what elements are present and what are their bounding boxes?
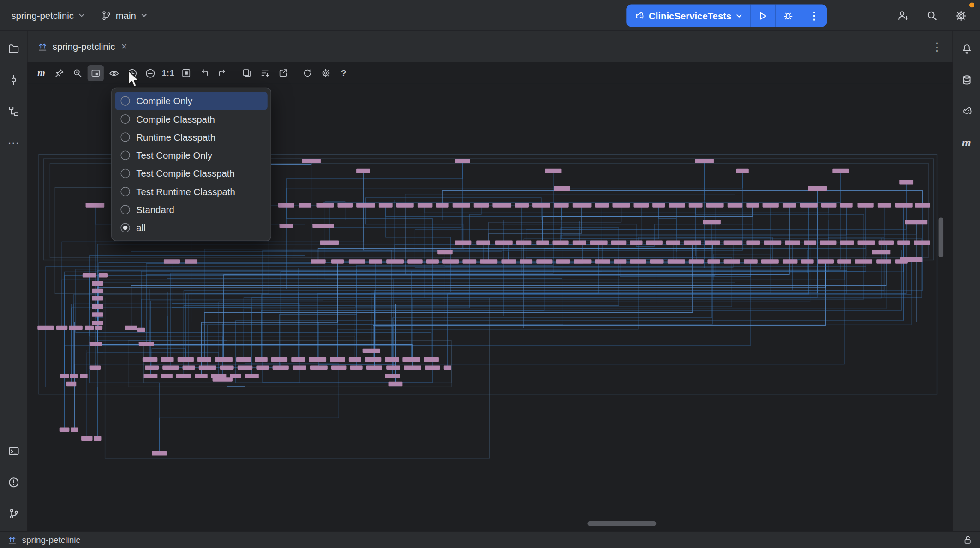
graph-node[interactable] [236, 357, 251, 362]
graph-node[interactable] [144, 374, 158, 378]
graph-node[interactable] [574, 259, 592, 263]
graph-node[interactable] [695, 159, 714, 163]
graph-node[interactable] [783, 203, 796, 207]
graph-node[interactable] [86, 203, 105, 207]
graph-node[interactable] [137, 328, 145, 332]
graph-node[interactable] [707, 259, 720, 263]
graph-node[interactable] [271, 357, 287, 362]
graph-node[interactable] [311, 259, 326, 263]
notifications-bell-icon[interactable] [958, 40, 975, 58]
menu-item-compile-classpath[interactable]: Compile Classpath [115, 110, 268, 128]
graph-node[interactable] [139, 342, 154, 346]
graph-node[interactable] [808, 186, 827, 191]
graph-node[interactable] [385, 357, 399, 362]
refresh-icon[interactable] [299, 65, 316, 81]
graph-node[interactable] [60, 428, 70, 432]
menu-item-test-runtime-classpath[interactable]: Test Runtime Classpath [115, 183, 268, 201]
graph-node[interactable] [278, 203, 294, 207]
graph-node[interactable] [389, 382, 403, 386]
graph-node[interactable] [199, 365, 216, 369]
graph-node[interactable] [474, 203, 489, 207]
graph-node[interactable] [197, 357, 211, 362]
graph-node[interactable] [761, 259, 779, 263]
graph-node[interactable] [386, 365, 400, 369]
graph-node[interactable] [520, 259, 532, 263]
zoom-in-icon[interactable] [124, 65, 140, 81]
graph-node[interactable] [92, 304, 103, 309]
graph-node[interactable] [331, 365, 347, 369]
graph-node[interactable] [280, 224, 293, 228]
settings-gear-icon[interactable] [951, 6, 970, 25]
graph-node[interactable] [418, 203, 433, 207]
lock-open-icon[interactable] [962, 535, 973, 545]
copy-diagram-icon[interactable] [239, 65, 255, 81]
graph-node[interactable] [309, 357, 326, 362]
graph-node[interactable] [66, 382, 77, 386]
filter-icon[interactable] [257, 65, 273, 81]
graph-node[interactable] [801, 259, 814, 263]
structure-tool-icon[interactable] [5, 102, 22, 120]
pin-icon[interactable] [51, 65, 67, 81]
graph-node[interactable] [273, 365, 289, 369]
graph-node[interactable] [444, 365, 451, 369]
graph-node[interactable] [299, 203, 311, 207]
graph-node[interactable] [145, 365, 159, 369]
run-button[interactable] [751, 4, 775, 27]
graph-node[interactable] [613, 203, 630, 207]
zoom-reset-button[interactable]: 1:1 [160, 65, 176, 81]
graph-node[interactable] [442, 259, 459, 263]
menu-item-test-compile-classpath[interactable]: Test Compile Classpath [115, 164, 268, 182]
graph-node[interactable] [455, 241, 471, 245]
graph-node[interactable] [515, 203, 529, 207]
graph-node[interactable] [366, 365, 382, 369]
graph-node[interactable] [554, 203, 569, 207]
graph-node[interactable] [316, 203, 334, 207]
graph-node[interactable] [92, 281, 103, 286]
graph-node[interactable] [876, 259, 891, 263]
graph-node[interactable] [455, 159, 470, 163]
graph-node[interactable] [501, 259, 516, 263]
graph-node[interactable] [385, 374, 400, 378]
graph-node[interactable] [669, 203, 685, 207]
graph-node[interactable] [744, 259, 758, 263]
graph-node[interactable] [337, 203, 353, 207]
debug-button[interactable] [776, 4, 801, 27]
graph-node[interactable] [705, 241, 720, 245]
graph-node[interactable] [255, 357, 268, 362]
graph-node[interactable] [872, 250, 891, 254]
fit-content-icon[interactable] [178, 65, 194, 81]
graph-node[interactable] [183, 365, 195, 369]
graph-node[interactable] [407, 259, 423, 263]
graph-node[interactable] [291, 357, 305, 362]
help-icon[interactable]: ? [335, 65, 352, 81]
graph-node[interactable] [402, 357, 420, 362]
collapse-arrow-icon[interactable] [196, 65, 212, 81]
graph-node[interactable] [331, 259, 344, 263]
graph-node[interactable] [404, 365, 421, 369]
graph-node[interactable] [302, 159, 321, 163]
graph-node[interactable] [746, 203, 759, 207]
graph-node[interactable] [573, 203, 592, 207]
graph-node[interactable] [426, 259, 439, 263]
graph-node[interactable] [614, 259, 626, 263]
graph-node[interactable] [668, 259, 685, 263]
graph-node[interactable] [915, 203, 930, 207]
graph-node[interactable] [215, 357, 233, 362]
graph-node[interactable] [650, 259, 664, 263]
graph-node[interactable] [211, 374, 227, 378]
graph-node[interactable] [94, 436, 101, 441]
graph-node[interactable] [736, 169, 749, 173]
graph-node[interactable] [764, 241, 781, 245]
expand-arrow-icon[interactable] [215, 65, 231, 81]
graph-node[interactable] [832, 169, 849, 173]
graph-node[interactable] [143, 357, 158, 362]
graph-node[interactable] [56, 326, 67, 330]
graph-node[interactable] [152, 451, 167, 455]
graph-node[interactable] [646, 241, 663, 245]
graph-node[interactable] [185, 259, 197, 263]
graph-node[interactable] [70, 374, 78, 378]
graph-node[interactable] [125, 326, 137, 330]
graph-node[interactable] [855, 259, 872, 263]
graph-node[interactable] [85, 326, 94, 330]
graph-node[interactable] [590, 241, 608, 245]
